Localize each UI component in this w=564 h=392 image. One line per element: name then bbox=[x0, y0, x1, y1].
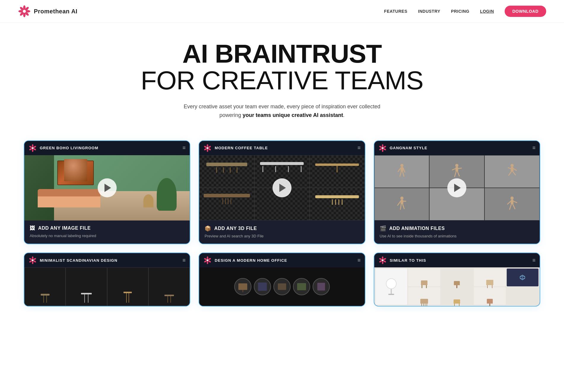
card-header-left-6: SIMILAR TO THIS bbox=[378, 256, 426, 264]
svg-line-58 bbox=[510, 204, 511, 209]
office-circle-2 bbox=[254, 278, 271, 295]
svg-line-52 bbox=[400, 204, 401, 209]
card-menu-6[interactable]: ≡ bbox=[532, 257, 536, 264]
similar-cell-2 bbox=[441, 269, 473, 286]
card-header-left-4: MINIMALIST SCANDINAVIAN DESIGN bbox=[28, 256, 118, 264]
card-menu-3[interactable]: ≡ bbox=[532, 145, 536, 151]
svg-point-62 bbox=[33, 260, 36, 263]
card-info-desc-3: Use AI to see inside thousands of animat… bbox=[380, 234, 534, 239]
similar-cell-4 bbox=[507, 269, 538, 286]
anim-cell-3 bbox=[484, 155, 540, 188]
svg-point-75 bbox=[383, 258, 386, 261]
svg-point-19 bbox=[207, 149, 208, 152]
scan-cell-2 bbox=[66, 267, 107, 306]
card-preview-2[interactable] bbox=[199, 155, 365, 220]
svg-line-34 bbox=[400, 172, 401, 176]
nav-login[interactable]: LOGIN bbox=[480, 9, 494, 14]
svg-point-11 bbox=[33, 148, 36, 150]
svg-point-70 bbox=[207, 261, 208, 264]
thumb-cell-2-1 bbox=[199, 155, 254, 188]
card-menu-5[interactable]: ≡ bbox=[357, 257, 361, 264]
svg-point-8 bbox=[23, 10, 26, 13]
office-circle-1 bbox=[234, 278, 251, 295]
card-header-left-5: DESIGN A MODERN HOME OFFICE bbox=[203, 256, 287, 264]
svg-point-66 bbox=[32, 259, 34, 261]
card-header-left-3: GANGNAM STYLE bbox=[378, 144, 427, 152]
hero-subtitle-line2-prefix: powering bbox=[219, 112, 243, 118]
card-menu-4[interactable]: ≡ bbox=[183, 257, 186, 264]
card-header-left-1: GREEN BOHO LIVINGROOM bbox=[28, 144, 98, 152]
play-button-1[interactable] bbox=[98, 178, 117, 197]
card-preview-1[interactable] bbox=[24, 155, 190, 220]
hero-subtitle-bold: your teams unique creative AI assistant bbox=[243, 112, 343, 118]
similar-cell-6 bbox=[441, 287, 473, 305]
card-info-title-2: 📦 ADD ANY 3D FILE bbox=[205, 225, 359, 232]
card-info-title-text-1: ADD ANY IMAGE FILE bbox=[38, 226, 91, 231]
logo-icon bbox=[18, 5, 31, 18]
svg-line-57 bbox=[514, 201, 517, 203]
svg-line-47 bbox=[513, 172, 515, 175]
svg-point-71 bbox=[204, 260, 207, 263]
hero-subtitle-end: . bbox=[343, 112, 345, 118]
play-triangle-3 bbox=[454, 184, 461, 192]
card-info-icon-1: 🖼 bbox=[30, 225, 35, 231]
svg-point-13 bbox=[29, 148, 32, 150]
card-header-2: MODERN COFFEE TABLE ≡ bbox=[199, 141, 365, 155]
hero-subtitle-line1: Every creative asset your team ever made… bbox=[184, 104, 380, 109]
logo[interactable]: Promethean AI bbox=[18, 5, 77, 18]
cards-row-2: MINIMALIST SCANDINAVIAN DESIGN ≡ bbox=[24, 253, 540, 307]
hero-title-bold: AI BRAINTRUST bbox=[6, 41, 558, 67]
card-preview-3[interactable] bbox=[374, 155, 540, 220]
nav-industry[interactable]: INDUSTRY bbox=[418, 9, 440, 14]
play-triangle-1 bbox=[104, 184, 111, 192]
office-circle-4 bbox=[293, 278, 310, 295]
svg-point-76 bbox=[383, 260, 386, 263]
office-circle-3 bbox=[273, 278, 291, 295]
anim-cell-6 bbox=[484, 188, 540, 220]
card-home-office: DESIGN A MODERN HOME OFFICE ≡ bbox=[199, 253, 365, 307]
similar-cell-7 bbox=[474, 287, 506, 305]
svg-point-15 bbox=[32, 147, 34, 149]
card-menu-1[interactable]: ≡ bbox=[183, 145, 186, 151]
anim-cell-1 bbox=[374, 155, 430, 188]
card-info-title-1: 🖼 ADD ANY IMAGE FILE bbox=[30, 225, 184, 231]
card-title-6: SIMILAR TO THIS bbox=[390, 258, 426, 263]
svg-point-48 bbox=[400, 196, 403, 200]
room-sofa bbox=[38, 189, 101, 207]
card-preview-5[interactable] bbox=[199, 267, 365, 306]
card-header-left-2: MODERN COFFEE TABLE bbox=[203, 144, 268, 152]
nav-download-button[interactable]: DOWNLOAD bbox=[505, 6, 546, 17]
card-header-5: DESIGN A MODERN HOME OFFICE ≡ bbox=[199, 253, 365, 267]
svg-line-59 bbox=[513, 204, 515, 209]
card-header-6: SIMILAR TO THIS ≡ bbox=[374, 253, 540, 267]
play-button-2[interactable] bbox=[273, 178, 291, 197]
svg-rect-37 bbox=[456, 167, 458, 172]
nav-pricing[interactable]: PRICING bbox=[451, 9, 469, 14]
svg-point-61 bbox=[33, 258, 36, 261]
card-title-1: GREEN BOHO LIVINGROOM bbox=[40, 146, 98, 150]
svg-point-28 bbox=[379, 145, 382, 148]
scan-cell-1 bbox=[24, 267, 66, 306]
svg-line-56 bbox=[508, 201, 511, 204]
svg-point-26 bbox=[382, 149, 383, 152]
card-preview-6[interactable] bbox=[374, 267, 540, 306]
room-decor bbox=[143, 194, 153, 207]
svg-point-77 bbox=[382, 261, 383, 264]
nav-features[interactable]: FEATURES bbox=[384, 9, 407, 14]
svg-point-25 bbox=[383, 148, 386, 150]
svg-line-45 bbox=[514, 169, 517, 170]
card-title-5: DESIGN A MODERN HOME OFFICE bbox=[215, 258, 287, 263]
play-button-3[interactable] bbox=[447, 178, 466, 197]
play-triangle-2 bbox=[279, 184, 286, 192]
navigation: Promethean AI FEATURES INDUSTRY PRICING … bbox=[0, 0, 564, 23]
card-menu-2[interactable]: ≡ bbox=[357, 145, 361, 151]
card-title-2: MODERN COFFEE TABLE bbox=[215, 146, 268, 150]
card-logo-icon-1 bbox=[28, 144, 37, 152]
svg-point-69 bbox=[208, 260, 211, 263]
svg-point-24 bbox=[383, 145, 386, 148]
svg-point-64 bbox=[29, 260, 32, 263]
svg-line-50 bbox=[397, 201, 400, 205]
card-logo-icon-2 bbox=[203, 144, 212, 152]
card-preview-4[interactable] bbox=[24, 267, 190, 306]
svg-point-10 bbox=[33, 145, 36, 148]
